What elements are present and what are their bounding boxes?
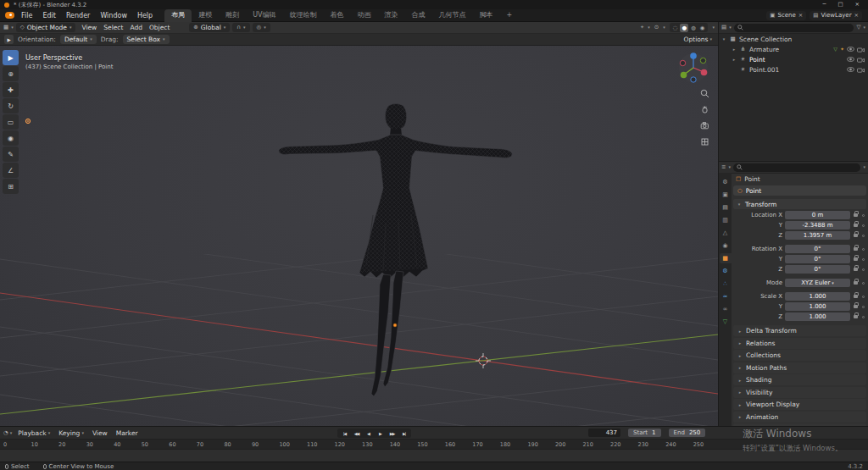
properties-tab[interactable]: ▣	[720, 190, 732, 200]
timeline-menu-item[interactable]: View ▾	[88, 429, 112, 437]
solid-shading-icon[interactable]: ●	[680, 24, 688, 32]
timeline-editor-icon[interactable]: ◔	[3, 430, 8, 436]
blender-logo-icon[interactable]	[5, 12, 14, 19]
value-field[interactable]: -2.3488 m ▾	[785, 221, 850, 229]
lock-icon[interactable]	[854, 257, 858, 261]
tool-button[interactable]: ⊕	[3, 66, 19, 81]
disclosure-triangle-icon[interactable]: ▸	[732, 57, 737, 62]
close-button[interactable]: ×	[855, 0, 860, 9]
active-tool-icon[interactable]: ▶	[4, 35, 14, 44]
value-field[interactable]: 1.000 ▾	[785, 292, 850, 301]
tool-button[interactable]: ↻	[3, 98, 19, 113]
animate-decorator-icon[interactable]	[862, 306, 865, 308]
outliner-editor-icon[interactable]: ▤	[721, 25, 726, 30]
collapsed-panel[interactable]: ▸ Relations	[733, 338, 866, 349]
tool-button[interactable]: ✚	[3, 82, 19, 97]
collapsed-panel[interactable]: ▸ Viewport Display	[733, 399, 866, 410]
timeline-menu-item[interactable]: Keying ▾	[54, 429, 88, 437]
collapsed-panel[interactable]: ▸ Delta Transform	[733, 325, 866, 336]
value-field[interactable]: 1.3957 m ▾	[785, 231, 850, 240]
rendered-shading-icon[interactable]: ◉	[698, 24, 707, 32]
remove-viewlayer-icon[interactable]: ×	[854, 13, 859, 19]
outliner-row-point[interactable]: ▸ ☀ Point	[719, 54, 868, 64]
breadcrumb[interactable]: □ Point	[733, 174, 866, 185]
lock-icon[interactable]	[854, 295, 858, 298]
lock-icon[interactable]	[854, 305, 858, 308]
workspace-tab[interactable]: 纹理绘制	[283, 9, 324, 22]
filter-icon[interactable]: ▽	[856, 25, 860, 30]
collapsed-panel[interactable]: ▸ Visibility	[733, 387, 866, 398]
disable-render-camera-icon[interactable]	[857, 47, 865, 53]
transform-panel-header[interactable]: ▾ Transform	[733, 199, 866, 209]
workspace-tab[interactable]: 布局	[164, 9, 192, 22]
editor-type-icon[interactable]: ▦	[3, 25, 8, 30]
workspace-tab[interactable]: 渲染	[378, 9, 405, 22]
properties-tab[interactable]: ⚙	[720, 266, 732, 276]
tool-button[interactable]: ▭	[3, 114, 19, 130]
end-frame-field[interactable]: End 250	[669, 429, 706, 437]
hide-eye-icon[interactable]	[847, 47, 854, 52]
transport-button[interactable]: ◀◀	[351, 429, 362, 437]
animate-decorator-icon[interactable]	[862, 316, 865, 318]
minimize-button[interactable]: ─	[822, 0, 826, 9]
disable-render-camera-icon[interactable]	[857, 67, 865, 73]
properties-tab[interactable]: △	[720, 228, 732, 238]
disable-render-camera-icon[interactable]	[857, 57, 865, 63]
overlays-toggle-icon[interactable]: ⊙	[654, 25, 659, 30]
animate-decorator-icon[interactable]	[862, 224, 865, 227]
properties-tab[interactable]: ⚙	[720, 177, 732, 187]
maximize-button[interactable]: □	[837, 0, 843, 9]
tool-button[interactable]: ▶	[3, 50, 19, 65]
workspace-tab[interactable]: 着色	[324, 9, 351, 22]
material-shading-icon[interactable]: ◍	[689, 24, 698, 32]
properties-tab[interactable]: ▥	[720, 215, 732, 225]
hide-eye-icon[interactable]	[847, 57, 854, 62]
properties-tab[interactable]: ∞	[720, 304, 732, 314]
animate-decorator-icon[interactable]	[862, 268, 865, 271]
workspace-tab[interactable]: 雕刻	[219, 9, 246, 22]
outliner-row-armature[interactable]: ▸ ⋔ Armature ▽ ✦	[719, 44, 868, 54]
object-name-field[interactable]: ○ Point	[733, 185, 866, 196]
properties-tab[interactable]: ▤	[720, 202, 732, 213]
outliner-row-scene-collection[interactable]: ▾ ▦ Scene Collection	[719, 34, 868, 44]
lock-icon[interactable]	[854, 224, 858, 227]
options-dropdown[interactable]: Options ▾	[684, 36, 714, 43]
workspace-tab[interactable]: 建模	[192, 9, 219, 22]
transport-button[interactable]: ▶	[375, 429, 386, 437]
tool-button[interactable]: ✎	[3, 147, 19, 162]
lock-icon[interactable]	[854, 247, 858, 251]
start-frame-field[interactable]: Start 1	[628, 429, 661, 437]
3d-viewport[interactable]: User Perspective (437) Scene Collection …	[0, 46, 718, 426]
transport-button[interactable]: |◀	[339, 429, 350, 437]
unlink-scene-icon[interactable]: ×	[798, 13, 803, 19]
disclosure-triangle-icon[interactable]: ▸	[732, 47, 737, 52]
lock-icon[interactable]	[854, 234, 858, 237]
camera-view-button[interactable]	[699, 120, 710, 131]
value-field[interactable]: 1.000 ▾	[785, 312, 850, 321]
gizmos-toggle-icon[interactable]: ⌖	[641, 25, 644, 30]
workspace-tab[interactable]: 几何节点	[432, 9, 473, 22]
collapsed-panel[interactable]: ▸ Motion Paths	[733, 362, 866, 373]
mode-selector[interactable]: ◇ Object Mode ▾	[16, 23, 76, 32]
navigation-gizmo[interactable]	[675, 49, 712, 86]
lock-icon[interactable]	[854, 281, 858, 285]
value-field[interactable]: 0° ▾	[785, 245, 850, 253]
transform-orientation-selector[interactable]: ⊕ Global ▾	[189, 23, 230, 32]
viewport-menu-item[interactable]: Select	[100, 24, 126, 31]
lock-icon[interactable]	[854, 213, 858, 217]
tool-button[interactable]: ⊞	[3, 179, 19, 194]
menu-item[interactable]: Render	[61, 9, 95, 22]
pan-hand-button[interactable]	[699, 104, 710, 115]
properties-tab[interactable]: ≈	[720, 291, 732, 301]
wireframe-shading-icon[interactable]: ◌	[671, 24, 680, 32]
tool-button[interactable]: ∠	[3, 163, 19, 178]
properties-editor-icon[interactable]: ≡	[721, 164, 726, 170]
viewlayer-selector[interactable]: ▤ ViewLayer ×	[810, 11, 862, 20]
workspace-tab[interactable]: 合成	[405, 9, 432, 22]
value-field[interactable]: 0 m ▾	[785, 211, 850, 219]
workspace-tab[interactable]: UV编辑	[246, 9, 282, 22]
collapsed-panel[interactable]: ▸ Collections	[733, 350, 866, 361]
timeline-ruler[interactable]: 0102030405060708090100110120130140150160…	[0, 439, 868, 450]
collapsed-panel[interactable]: ▸ Animation	[733, 412, 866, 423]
properties-tab[interactable]: ▽	[720, 317, 732, 327]
